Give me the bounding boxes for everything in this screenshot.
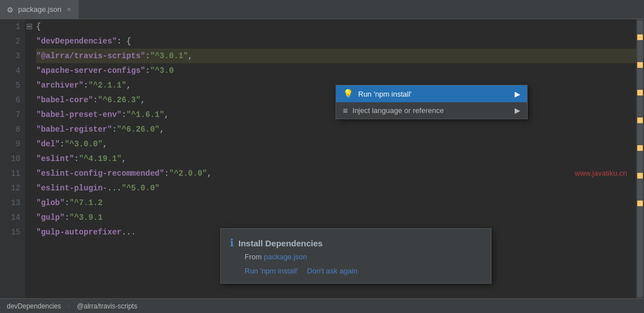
watermark: www.javatiku.cn [575,169,627,177]
string-token: "^2.1.1" [88,81,126,90]
fold-marker [25,137,34,151]
bracket-token: { [36,22,41,31]
tab-close-button[interactable]: × [67,6,71,14]
line-number: 5 [0,78,20,93]
code-line: "babel-register": "^6.26.0", [36,122,636,137]
scrollbar-segment [637,173,643,179]
dont-ask-btn[interactable]: Don't ask again [307,267,358,275]
key-token: "gulp" [36,213,64,222]
line-number: 13 [0,195,20,210]
plain-token: : [60,140,64,149]
fold-marker [25,107,34,122]
notification-actions: Run 'npm install'Don't ask again [245,267,482,275]
package-json-link[interactable]: package.json [264,253,307,261]
plain-token: : [121,110,126,119]
line-number: 3 [0,49,20,63]
menu-item-run-npm-install[interactable]: 💡Run 'npm install'▶ [336,85,527,102]
package-json-tab[interactable]: ⚙ package.json × [0,0,79,19]
bulb-icon: 💡 [343,89,354,99]
status-item: devDependencies [7,302,61,310]
fold-marker[interactable] [25,19,34,34]
menu-item-arrow-icon: ▶ [515,90,520,98]
scrollbar-segment [637,90,643,95]
fold-marker [25,166,34,181]
code-line: "@alrra/travis-scripts": "^3.0.1", [36,49,636,63]
string-token: "^2.0.0" [169,169,207,178]
fold-marker [25,195,34,210]
menu-item-inject-language[interactable]: ≡Inject language or reference▶ [336,102,527,119]
fold-marker [25,151,34,166]
line-number: 10 [0,151,20,166]
fold-marker [25,78,34,93]
code-line: "eslint-plugin-..."^5.0.0" [36,181,636,195]
context-menu: 💡Run 'npm install'▶≡Inject language or r… [336,85,528,119]
fold-marker [25,122,34,137]
run-npm-install-btn[interactable]: Run 'npm install' [245,267,298,275]
code-line: "gulp": "^3.9.1 [36,210,636,225]
notification-body: From package.json [245,253,482,261]
line-number: 11 [0,166,20,181]
line-number: 14 [0,210,20,225]
fold-marker [25,63,34,78]
scrollbar-segment [637,201,643,206]
plain-token: , [207,169,211,178]
code-line: "del": "^3.0.0", [36,137,636,151]
key-token: "eslint" [36,154,74,163]
scrollbar-segment [637,118,643,123]
notification-header: ℹ Install Dependencies [230,237,482,249]
string-token: "^7.1.2 [69,198,103,207]
line-number: 12 [0,181,20,195]
fold-marker [25,225,34,240]
key-token: "@alrra/travis-scripts" [36,51,145,60]
code-line: "eslint-config-recommended": "^2.0.0", [36,166,636,181]
notification-title: Install Dependencies [238,238,323,248]
plain-token: , [141,95,145,105]
key-token: "glob" [36,198,64,207]
string-token: "^4.19.1" [79,154,122,163]
string-token: "^3.0 [150,66,174,75]
plain-token: : [64,213,69,222]
scrollbar-segment [637,34,643,40]
plain-token: : [93,95,98,105]
key-token: "babel-register" [36,125,112,134]
string-token: "^3.9.1 [69,213,103,222]
info-icon: ℹ [230,237,234,249]
string-token: "^1.6.1" [127,110,164,119]
key-token: "eslint-config-recommended" [36,169,164,178]
plain-token: ... [107,184,121,193]
key-token: "babel-preset-env" [36,110,121,119]
line-number: 7 [0,107,20,122]
line-number: 15 [0,225,20,240]
notification-body-prefix: From [245,253,264,261]
key-token: "babel-core" [36,95,93,105]
scrollbar-segment [637,145,643,151]
plain-token: , [188,51,193,60]
code-line: "eslint": "^4.19.1", [36,151,636,166]
key-token: "archiver" [36,81,84,90]
key-token: "gulp-autoprefixer [36,228,121,237]
plain-token: : [112,125,116,134]
plain-token: : [64,198,69,207]
fold-marker [25,34,34,49]
menu-item-arrow-icon: ▶ [515,106,520,115]
key-token: "devDependencies" [36,37,117,46]
plain-token: , [159,125,164,134]
fold-marker [25,181,34,195]
status-separator: › [68,302,70,310]
plain-token: : [74,154,79,163]
install-dependencies-notification: ℹ Install Dependencies From package.json… [220,228,491,284]
line-numbers: 123456789101112131415 [0,19,25,298]
plain-token: , [121,154,126,163]
string-token: "^6.26.0" [117,125,160,134]
inject-icon: ≡ [343,106,348,115]
code-line: "apache-server-configs": "^3.0 [36,63,636,78]
scrollbar-track[interactable] [637,20,643,297]
code-line: "glob": "^7.1.2 [36,195,636,210]
string-token: "^3.0.1" [150,51,188,60]
status-bar: devDependencies›@alrra/travis-scripts [0,298,644,313]
plain-token: : [145,66,150,75]
string-token: "^3.0.0" [64,140,102,149]
scrollbar[interactable] [636,19,644,298]
key-token: "eslint-plugin- [36,184,107,193]
line-number: 4 [0,63,20,78]
